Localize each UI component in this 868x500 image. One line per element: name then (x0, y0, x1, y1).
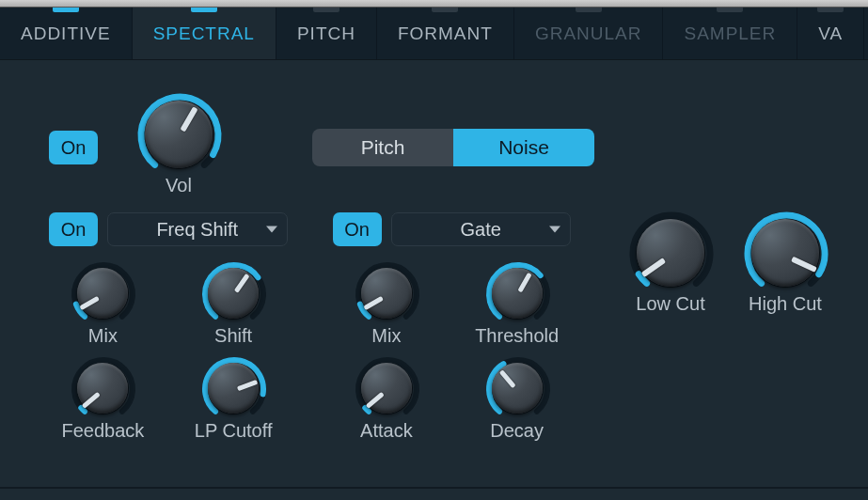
fx1-on-button[interactable]: On (49, 212, 98, 246)
fx1-mix-knob[interactable] (76, 267, 129, 320)
chevron-down-icon (549, 227, 560, 233)
knob-label: Mix (371, 325, 401, 347)
fx2-type-label: Gate (461, 219, 501, 241)
tab-indicator-icon (432, 8, 458, 12)
fx2-mix-knob[interactable] (360, 267, 413, 320)
tab-spectral[interactable]: SPECTRAL (133, 8, 276, 59)
tab-granular[interactable]: GRANULAR (514, 8, 664, 59)
tab-indicator-icon (576, 8, 602, 12)
fx1-type-label: Freq Shift (156, 219, 238, 241)
knob-label: Threshold (475, 325, 559, 347)
tab-indicator-icon (53, 8, 79, 12)
tab-label: VA (818, 23, 843, 44)
tab-pitch[interactable]: PITCH (276, 8, 377, 59)
highcut-knob[interactable] (750, 218, 820, 288)
tab-label: SAMPLER (684, 23, 776, 44)
fx1-feedback-knob[interactable] (76, 362, 129, 414)
chevron-down-icon (266, 227, 277, 233)
knob-label: Attack (360, 420, 413, 442)
fx2-on-button[interactable]: On (333, 212, 382, 246)
fx1-shift-knob[interactable] (207, 267, 260, 320)
vol-knob-label: Vol (166, 175, 192, 196)
fx1-lpcutoff-knob[interactable] (207, 362, 260, 414)
mode-segmented-control: Pitch Noise (312, 129, 594, 166)
tab-label: GRANULAR (535, 23, 642, 44)
tab-indicator-icon (313, 8, 339, 12)
tab-indicator-icon (817, 8, 844, 12)
fx1-type-select[interactable]: Freq Shift (107, 212, 288, 246)
filter-block: Low Cut High Cut (625, 218, 830, 315)
fx2-type-select[interactable]: Gate (391, 212, 572, 246)
vol-knob[interactable] (144, 100, 213, 169)
fx2-threshold-knob[interactable] (491, 267, 544, 320)
tab-label: PITCH (297, 23, 355, 44)
tab-formant[interactable]: FORMANT (377, 8, 514, 59)
fx2-decay-knob[interactable] (491, 362, 544, 414)
knob-label: Mix (88, 325, 118, 347)
knob-label: High Cut (749, 293, 822, 315)
lowcut-knob[interactable] (636, 218, 705, 288)
knob-label: Feedback (61, 420, 144, 442)
tab-label: FORMANT (398, 23, 493, 44)
tab-bar: ADDITIVE SPECTRAL PITCH FORMANT GRANULAR… (0, 8, 868, 60)
tab-additive[interactable]: ADDITIVE (0, 8, 133, 59)
tab-indicator-icon (191, 8, 217, 12)
knob-label: Low Cut (636, 293, 704, 315)
spectral-panel: On Vol Pitch Noise On Freq Shift Mix Shi… (0, 60, 868, 500)
tab-label: ADDITIVE (21, 23, 111, 44)
mode-noise-button[interactable]: Noise (453, 129, 594, 166)
tab-sampler[interactable]: SAMPLER (663, 8, 797, 59)
tab-label: SPECTRAL (153, 23, 255, 44)
knob-label: Decay (490, 420, 544, 442)
fx2-attack-knob[interactable] (360, 362, 413, 414)
tab-indicator-icon (717, 8, 743, 12)
divider (0, 487, 868, 489)
section-on-button[interactable]: On (49, 131, 98, 164)
knob-label: Shift (214, 325, 252, 347)
fx1-block: On Freq Shift Mix Shift Feedback LP Cuto… (49, 212, 288, 442)
knob-label: LP Cutoff (195, 420, 273, 442)
tab-va[interactable]: VA (797, 8, 864, 59)
fx2-block: On Gate Mix Threshold Attack Decay (333, 212, 572, 442)
mode-pitch-button[interactable]: Pitch (312, 129, 453, 166)
window-chrome (0, 0, 868, 8)
